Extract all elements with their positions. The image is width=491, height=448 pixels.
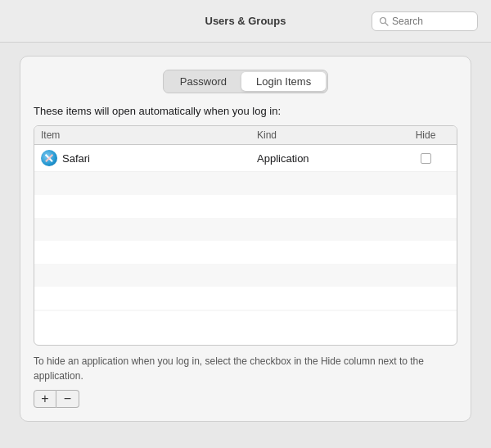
row-item-name: Safari <box>62 152 90 165</box>
panel: Password Login Items These items will op… <box>20 56 471 422</box>
tab-password[interactable]: Password <box>165 72 241 91</box>
login-items-table: Item Kind Hide Safari Application <box>34 125 457 346</box>
empty-rows <box>34 172 457 311</box>
tab-login-items[interactable]: Login Items <box>241 72 326 91</box>
search-box[interactable] <box>372 11 478 31</box>
window-title: Users & Groups <box>205 15 286 27</box>
search-icon <box>379 16 389 26</box>
main-content: Password Login Items These items will op… <box>0 43 491 422</box>
tab-bar: Password Login Items <box>34 70 457 93</box>
title-bar: Users & Groups <box>0 0 491 43</box>
col-header-kind: Kind <box>257 129 401 141</box>
table-header: Item Kind Hide <box>34 126 457 145</box>
row-item-cell: Safari <box>41 150 257 166</box>
svg-line-1 <box>385 22 388 25</box>
description-text: These items will open automatically when… <box>34 105 457 117</box>
bottom-buttons: + − <box>34 390 457 408</box>
col-header-item: Item <box>41 129 257 141</box>
table-row: Safari Application <box>34 145 457 172</box>
bottom-area <box>0 422 491 448</box>
footer-text: To hide an application when you log in, … <box>34 354 457 383</box>
hide-checkbox[interactable] <box>421 153 431 164</box>
row-kind-cell: Application <box>257 152 401 165</box>
remove-button[interactable]: − <box>56 390 79 408</box>
col-header-hide: Hide <box>401 129 450 141</box>
safari-icon <box>41 150 57 166</box>
search-input[interactable] <box>392 16 471 27</box>
tab-container: Password Login Items <box>163 70 328 93</box>
add-button[interactable]: + <box>34 390 56 408</box>
row-hide-cell <box>401 153 450 164</box>
